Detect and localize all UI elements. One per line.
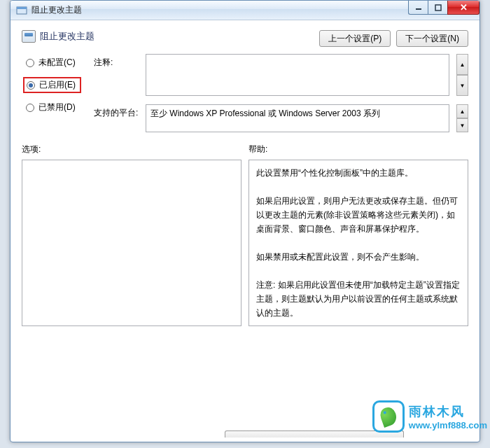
window-title: 阻止更改主题 <box>31 4 82 16</box>
comment-input[interactable] <box>146 54 449 96</box>
svg-rect-1 <box>17 7 27 9</box>
svg-rect-3 <box>435 5 441 10</box>
platforms-label: 支持的平台: <box>94 104 139 119</box>
state-radio-group: 未配置(C) 已启用(E) 已禁用(D) <box>22 54 81 115</box>
next-setting-button[interactable]: 下一个设置(N) <box>396 30 468 47</box>
policy-title: 阻止更改主题 <box>40 30 94 43</box>
radio-disabled[interactable]: 已禁用(D) <box>23 100 81 115</box>
minimize-button[interactable] <box>408 1 428 15</box>
platforms-text: 至少 Windows XP Professional 或 Windows Ser… <box>146 104 449 132</box>
spin-down-button[interactable]: ▼ <box>456 118 468 132</box>
close-button[interactable]: ✕ <box>447 1 479 15</box>
radio-not-configured[interactable]: 未配置(C) <box>23 55 81 70</box>
config-row: 未配置(C) 已启用(E) 已禁用(D) 注释: ▲ ▼ <box>22 54 468 132</box>
platform-row: 支持的平台: 至少 Windows XP Professional 或 Wind… <box>94 104 468 132</box>
window-controls: ✕ <box>408 1 479 15</box>
radio-icon <box>26 104 34 112</box>
lower-row: 选项: 帮助: 此设置禁用“个性化控制面板”中的主题库。 如果启用此设置，则用户… <box>22 144 468 326</box>
radio-label: 已启用(E) <box>39 79 76 91</box>
policy-icon <box>22 30 36 43</box>
dialog-window: 阻止更改主题 ✕ 阻止更改主题 上一个设置(P) 下一个设置(N) 未配置(C) <box>10 0 480 442</box>
comment-label: 注释: <box>94 54 139 69</box>
options-column: 选项: <box>22 144 241 326</box>
radio-label: 已禁用(D) <box>38 102 76 113</box>
cut-off-button[interactable] <box>225 430 404 438</box>
options-box <box>22 160 241 326</box>
right-column: 注释: ▲ ▼ 支持的平台: 至少 Windows XP Professiona… <box>94 54 468 132</box>
previous-setting-button[interactable]: 上一个设置(P) <box>319 30 391 47</box>
radio-icon <box>26 59 34 67</box>
maximize-button[interactable] <box>428 1 447 15</box>
spin-up-button[interactable]: ▲ <box>456 104 468 118</box>
spin-down-button[interactable]: ▼ <box>456 75 468 96</box>
comment-row: 注释: ▲ ▼ <box>94 54 468 96</box>
spin-up-button[interactable]: ▲ <box>456 54 468 75</box>
radio-label: 未配置(C) <box>38 57 76 69</box>
comment-spin: ▲ ▼ <box>456 54 468 96</box>
nav-buttons: 上一个设置(P) 下一个设置(N) <box>319 30 468 47</box>
help-column: 帮助: 此设置禁用“个性化控制面板”中的主题库。 如果启用此设置，则用户无法更改… <box>248 144 468 326</box>
platform-spin: ▲ ▼ <box>456 104 468 132</box>
window-icon <box>16 5 27 16</box>
help-label: 帮助: <box>248 144 468 155</box>
radio-icon <box>27 81 35 90</box>
options-label: 选项: <box>22 144 241 155</box>
radio-enabled[interactable]: 已启用(E) <box>23 77 81 93</box>
help-text: 此设置禁用“个性化控制面板”中的主题库。 如果启用此设置，则用户无法更改或保存主… <box>248 160 468 326</box>
titlebar[interactable]: 阻止更改主题 ✕ <box>10 1 479 20</box>
svg-rect-2 <box>416 8 421 10</box>
content-area: 阻止更改主题 上一个设置(P) 下一个设置(N) 未配置(C) 已启用(E) 已… <box>10 20 479 442</box>
